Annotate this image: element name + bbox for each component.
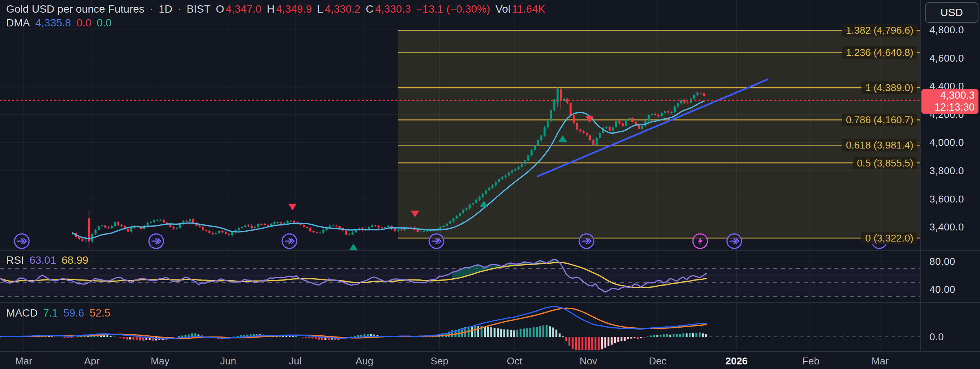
time-axis-label[interactable]: Feb — [802, 355, 820, 367]
high-value: 4,349.9 — [276, 3, 312, 15]
chart-app: Gold USD per ounce Futures · 1D · BIST O… — [0, 0, 980, 369]
event-icon-double-arrow[interactable] — [579, 234, 594, 248]
time-axis-label[interactable]: 2026 — [725, 355, 748, 367]
ohlc-high: H 4,349.9 — [267, 3, 312, 15]
dma-value-2: 0.0 — [77, 17, 91, 29]
rsi-legend: RSI 63.01 68.99 — [6, 254, 88, 266]
time-axis-label[interactable]: Aug — [356, 355, 373, 367]
time-axis-label[interactable]: Jun — [220, 355, 236, 367]
dma-value-1: 4,335.8 — [35, 17, 71, 29]
fib-level-label: 0 (3,322.0) — [861, 232, 917, 244]
macd-legend: MACD 7.1 59.6 52.5 — [6, 307, 110, 319]
rsi-value-1: 63.01 — [29, 254, 56, 266]
symbol-title[interactable]: Gold USD per ounce Futures — [6, 3, 144, 15]
price-axis-label: 4,000.0 — [929, 137, 964, 149]
time-axis-label[interactable]: Oct — [507, 355, 522, 367]
volume-value: 11.64K — [512, 3, 545, 15]
ohlc-open: O 4,347.0 — [216, 3, 261, 15]
rsi-axis-label: 80.00 — [929, 256, 956, 268]
time-axis-label[interactable]: Nov — [580, 355, 597, 367]
macd-value-2: 59.6 — [63, 307, 84, 319]
macd-axis-label: 0.0 — [929, 331, 944, 343]
open-value: 4,347.0 — [226, 3, 261, 15]
time-axis-label[interactable]: May — [150, 355, 169, 367]
low-key: L — [317, 3, 323, 15]
time-axis-label[interactable]: Mar — [872, 355, 889, 367]
fib-level-label: 0.786 (4,160.7) — [842, 114, 917, 126]
buy-marker-icon[interactable] — [349, 244, 358, 250]
close-value: 4,330.3 — [375, 3, 411, 15]
event-icon-double-arrow[interactable] — [149, 234, 163, 248]
time-axis-label[interactable]: Apr — [84, 355, 100, 367]
macd-value-3: 52.5 — [90, 307, 111, 319]
fib-level-label: 1.382 (4,796.6) — [842, 24, 917, 37]
dma-label[interactable]: DMA — [6, 17, 30, 29]
last-price-tag: 4,300.3 12:13:30 — [921, 89, 978, 114]
event-icon-double-arrow[interactable] — [429, 234, 444, 248]
symbol-legend: Gold USD per ounce Futures · 1D · BIST O… — [6, 3, 545, 15]
price-axis-label: 4,600.0 — [929, 52, 964, 64]
event-icon-double-arrow[interactable] — [727, 234, 742, 248]
fib-level-label: 0.618 (3,981.4) — [842, 139, 917, 152]
change-value: −13.1 (−0.30%) — [416, 3, 490, 15]
last-price-value: 4,300.3 — [921, 90, 975, 101]
time-axis-label[interactable]: Sep — [431, 355, 448, 367]
rsi-axis-label: 40.00 — [929, 284, 956, 296]
volume: Vol 11.64K — [495, 3, 545, 15]
time-axis-label[interactable]: Jul — [289, 355, 301, 367]
event-icon-lightning[interactable] — [693, 234, 707, 248]
low-value: 4,330.2 — [325, 3, 360, 15]
price-axis-label: 4,800.0 — [929, 24, 964, 36]
time-axis-label[interactable]: Mar — [15, 355, 33, 367]
bar-countdown: 12:13:30 — [921, 101, 975, 113]
legend-separator: · — [150, 3, 153, 15]
ohlc-close: C 4,330.3 — [366, 3, 411, 15]
price-axis-label: 3,600.0 — [929, 193, 964, 205]
macd-label[interactable]: MACD — [6, 307, 38, 319]
time-axis-label[interactable]: Dec — [649, 355, 666, 367]
high-key: H — [267, 3, 274, 15]
macd-value-1: 7.1 — [43, 307, 58, 319]
chart-canvas[interactable] — [0, 0, 980, 369]
price-axis-label: 3,800.0 — [929, 165, 964, 177]
volume-key: Vol — [495, 3, 510, 15]
price-axis-label: 3,400.0 — [929, 221, 964, 233]
legend-separator: · — [178, 3, 181, 15]
open-key: O — [216, 3, 224, 15]
rsi-label[interactable]: RSI — [6, 254, 24, 266]
dma-value-3: 0.0 — [97, 17, 112, 29]
rsi-value-2: 68.99 — [62, 254, 88, 266]
fib-level-label: 1 (4,389.0) — [861, 82, 917, 94]
currency-button[interactable]: USD — [925, 2, 978, 23]
fib-level-label: 1.236 (4,640.8) — [842, 46, 917, 59]
interval-button[interactable]: 1D — [158, 3, 172, 15]
event-icon-double-arrow[interactable] — [282, 234, 297, 248]
dma-legend: DMA 4,335.8 0.0 0.0 — [6, 17, 112, 29]
fib-level-label: 0.5 (3,855.5) — [853, 157, 917, 169]
ohlc-low: L 4,330.2 — [317, 3, 361, 15]
event-icon-double-arrow[interactable] — [15, 234, 29, 248]
close-key: C — [366, 3, 374, 15]
exchange-label[interactable]: BIST — [187, 3, 211, 15]
